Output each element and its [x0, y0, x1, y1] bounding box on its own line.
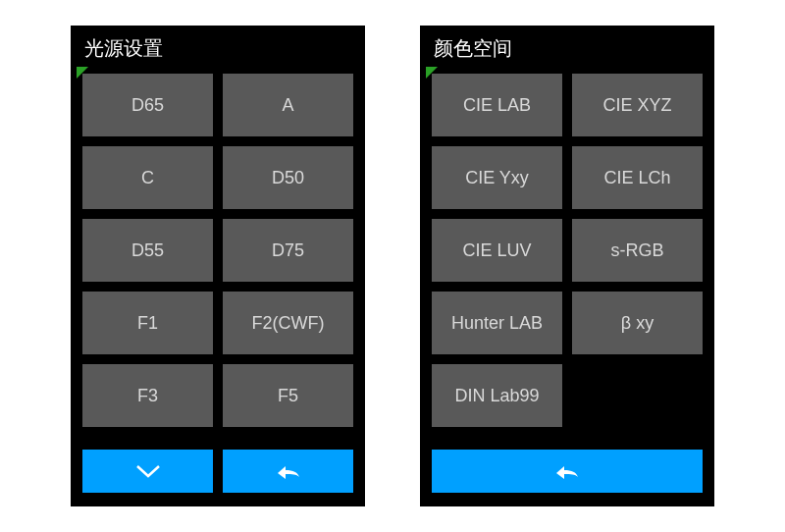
option-cie-lab[interactable]: CIE LAB: [432, 74, 562, 136]
panel-title: 光源设置: [71, 26, 365, 70]
option-srgb[interactable]: s-RGB: [572, 219, 703, 282]
option-f2-cwf[interactable]: F2(CWF): [223, 292, 353, 354]
panel-title: 颜色空间: [420, 26, 714, 70]
option-d75[interactable]: D75: [223, 219, 353, 282]
bottom-bar: [71, 440, 365, 506]
page-down-button[interactable]: [82, 450, 213, 493]
option-f5[interactable]: F5: [223, 364, 353, 427]
light-source-grid: D65 A C D50 D55 D75 F1 F2(CWF) F3 F5: [71, 70, 365, 440]
bottom-bar: [420, 440, 714, 506]
option-beta-xy[interactable]: β xy: [572, 292, 703, 354]
color-space-grid: CIE LAB CIE XYZ CIE Yxy CIE LCh CIE LUV …: [420, 70, 714, 440]
option-c[interactable]: C: [82, 146, 213, 209]
color-space-panel: 颜色空间 CIE LAB CIE XYZ CIE Yxy CIE LCh CIE…: [420, 26, 714, 506]
option-d55[interactable]: D55: [82, 219, 213, 282]
option-cie-yxy[interactable]: CIE Yxy: [432, 146, 562, 209]
option-f3[interactable]: F3: [82, 364, 213, 427]
option-d50[interactable]: D50: [223, 146, 353, 209]
back-button[interactable]: [432, 450, 703, 493]
back-button[interactable]: [223, 450, 353, 493]
chevron-down-icon: [134, 462, 162, 480]
option-d65[interactable]: D65: [82, 74, 213, 136]
option-din-lab99[interactable]: DIN Lab99: [432, 364, 562, 427]
back-arrow-icon: [274, 461, 303, 481]
option-cie-luv[interactable]: CIE LUV: [432, 219, 562, 282]
option-cie-xyz[interactable]: CIE XYZ: [572, 74, 703, 136]
active-indicator-icon: [426, 67, 438, 79]
active-indicator-icon: [77, 67, 88, 79]
back-arrow-icon: [552, 461, 582, 481]
option-cie-lch[interactable]: CIE LCh: [572, 146, 703, 209]
option-a[interactable]: A: [223, 74, 353, 136]
light-source-panel: 光源设置 D65 A C D50 D55 D75 F1 F2(CWF) F3 F…: [71, 26, 365, 506]
option-hunter-lab[interactable]: Hunter LAB: [432, 292, 562, 354]
option-f1[interactable]: F1: [82, 292, 213, 354]
